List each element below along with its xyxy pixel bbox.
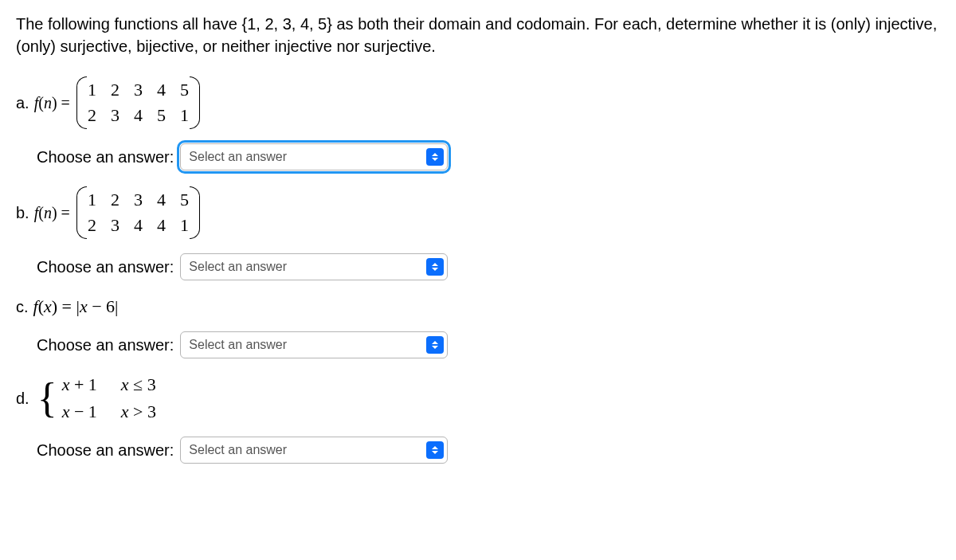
part-d-label: d.: [16, 390, 29, 408]
part-a-label: a.: [16, 94, 29, 112]
part-b-label: b.: [16, 204, 29, 222]
part-a: a. f(n) = 1 2 3 4 5 2 3 4 5 1: [16, 76, 940, 170]
part-a-matrix: 1 2 3 4 5 2 3 4 5 1: [76, 76, 200, 129]
select-placeholder: Select an answer: [189, 260, 287, 274]
left-brace: {: [37, 382, 57, 415]
answer-label-a: Choose an answer:: [37, 148, 174, 166]
part-d: d. { x + 1 x ≤ 3 x − 1 x > 3 Choose an a…: [16, 374, 940, 464]
part-c-expr: f(x) = |x − 6|: [33, 296, 119, 317]
chevron-updown-icon: [426, 336, 444, 354]
chevron-updown-icon: [426, 258, 444, 276]
part-d-piecewise: { x + 1 x ≤ 3 x − 1 x > 3: [37, 374, 156, 422]
select-placeholder: Select an answer: [189, 150, 287, 164]
part-b-fn: f(n) =: [34, 204, 70, 222]
answer-label-d: Choose an answer:: [37, 441, 174, 460]
select-placeholder: Select an answer: [189, 443, 287, 457]
select-answer-a[interactable]: Select an answer: [180, 143, 448, 170]
part-c: c. f(x) = |x − 6| Choose an answer: Sele…: [16, 296, 940, 358]
select-answer-d[interactable]: Select an answer: [180, 437, 448, 464]
chevron-updown-icon: [426, 148, 444, 166]
part-b: b. f(n) = 1 2 3 4 5 2 3 4 4 1: [16, 186, 940, 280]
select-answer-b[interactable]: Select an answer: [180, 253, 448, 280]
answer-label-b: Choose an answer:: [37, 258, 174, 276]
part-b-matrix: 1 2 3 4 5 2 3 4 4 1: [76, 186, 200, 239]
select-placeholder: Select an answer: [189, 338, 287, 352]
part-c-label: c.: [16, 298, 29, 316]
part-a-fn: f(n) =: [34, 94, 70, 112]
question-intro: The following functions all have {1, 2, …: [16, 13, 940, 57]
select-answer-c[interactable]: Select an answer: [180, 331, 448, 358]
answer-label-c: Choose an answer:: [37, 336, 174, 354]
chevron-updown-icon: [426, 441, 444, 459]
